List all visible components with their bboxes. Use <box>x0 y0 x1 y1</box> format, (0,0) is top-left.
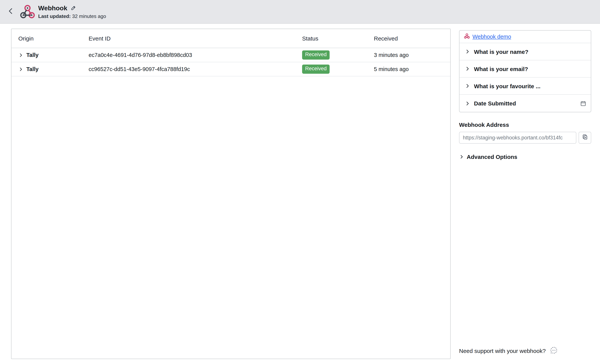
last-updated-value: 32 minutes ago <box>72 13 106 19</box>
received-cell: 3 minutes ago <box>374 52 450 58</box>
copy-icon <box>582 134 588 141</box>
webhook-address-row <box>459 132 591 144</box>
expand-chevron-icon[interactable] <box>465 83 470 89</box>
calendar-icon <box>580 100 586 106</box>
table-row[interactable]: Tally cc96527c-dd51-43e5-9097-4fca788fd1… <box>11 62 450 76</box>
support-text: Need support with your webhook? <box>459 348 546 354</box>
table-row[interactable]: Tally ec7a0c4e-4691-4d76-97d8-eb8bf898cd… <box>11 48 450 62</box>
status-badge: Received <box>302 65 330 74</box>
expand-chevron-icon[interactable] <box>465 101 470 106</box>
status-badge: Received <box>302 50 330 60</box>
webhook-small-icon <box>464 33 470 40</box>
chevron-right-icon <box>459 154 464 159</box>
event-id-cell: cc96527c-dd51-43e5-9097-4fca788fd19c <box>89 66 302 72</box>
app-window: Webhook Last updated: 32 minutes ago Ori… <box>0 0 600 364</box>
edit-title-button[interactable] <box>71 5 76 12</box>
support-row: Need support with your webhook? <box>459 346 558 355</box>
chevron-left-icon <box>7 7 15 16</box>
expand-chevron-icon[interactable] <box>465 66 470 71</box>
field-label: What is your name? <box>474 48 586 55</box>
last-updated: Last updated: 32 minutes ago <box>38 13 106 19</box>
event-id-cell: ec7a0c4e-4691-4d76-97d8-eb8bf898cd03 <box>89 52 302 58</box>
pencil-icon <box>71 5 76 12</box>
last-updated-label: Last updated: <box>38 13 71 19</box>
column-header-status: Status <box>302 35 374 42</box>
field-label: What is your email? <box>474 65 586 72</box>
expand-chevron-icon[interactable] <box>18 53 23 57</box>
column-header-origin: Origin <box>18 35 89 42</box>
received-cell: 5 minutes ago <box>374 66 450 72</box>
webhook-address-input[interactable] <box>459 132 576 144</box>
webhook-address-label: Webhook Address <box>459 121 591 128</box>
field-row[interactable]: Date Submitted <box>459 95 591 112</box>
page-title: Webhook <box>38 4 67 12</box>
field-label: What is your favourite ... <box>474 83 586 89</box>
webhook-source-panel: Webhook demo What is your name? What is … <box>459 30 591 112</box>
origin-label: Tally <box>26 66 38 72</box>
advanced-options-toggle[interactable]: Advanced Options <box>459 154 591 160</box>
column-header-event-id: Event ID <box>89 35 302 42</box>
webhook-logo-icon <box>20 4 35 19</box>
status-cell: Received <box>302 65 374 74</box>
column-header-received: Received <box>374 35 450 42</box>
chat-bubble-icon <box>550 346 558 355</box>
events-table: Origin Event ID Status Received Tally ec… <box>11 29 451 359</box>
table-header-row: Origin Event ID Status Received <box>11 29 450 48</box>
copy-address-button[interactable] <box>579 132 591 144</box>
field-row[interactable]: What is your favourite ... <box>459 77 591 95</box>
field-row[interactable]: What is your email? <box>459 60 591 77</box>
origin-label: Tally <box>26 52 38 58</box>
origin-cell: Tally <box>18 52 89 58</box>
field-label: Date Submitted <box>474 100 576 107</box>
advanced-options-label: Advanced Options <box>467 154 517 160</box>
expand-chevron-icon[interactable] <box>465 49 470 54</box>
back-button[interactable] <box>4 5 18 19</box>
expand-chevron-icon[interactable] <box>18 67 23 72</box>
field-row[interactable]: What is your name? <box>459 43 591 60</box>
app-header: Webhook Last updated: 32 minutes ago <box>0 0 600 24</box>
origin-cell: Tally <box>18 66 89 72</box>
right-sidebar: Webhook demo What is your name? What is … <box>459 30 591 364</box>
webhook-demo-link[interactable]: Webhook demo <box>472 34 511 40</box>
status-cell: Received <box>302 50 374 60</box>
support-chat-button[interactable] <box>550 346 558 355</box>
title-block: Webhook Last updated: 32 minutes ago <box>38 4 106 19</box>
source-link-row: Webhook demo <box>459 30 591 43</box>
